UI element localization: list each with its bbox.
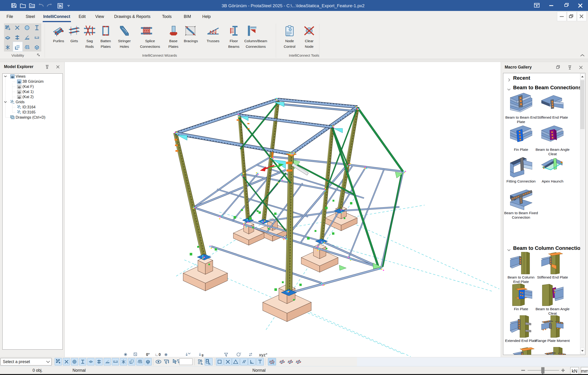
svg-text:0°: 0° [146, 353, 150, 357]
svg-text:xyz°: xyz° [259, 352, 267, 357]
svg-text:g: g [202, 353, 203, 357]
svg-text:3B Görünüm - ProtaSteel 2025 -: 3B Görünüm - ProtaSteel 2025 - C:\...\Id… [222, 3, 365, 8]
svg-text:❋: ❋ [164, 353, 168, 357]
svg-text:∟0: ∟0 [155, 353, 161, 357]
